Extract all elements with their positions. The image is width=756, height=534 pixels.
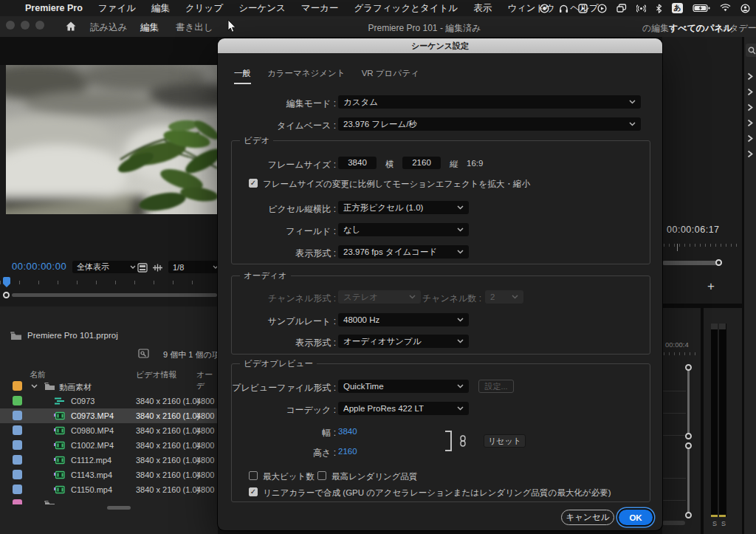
wifi-icon[interactable] — [720, 4, 731, 13]
list-item[interactable]: C0973.MP43840 x 2160 (1.0)4800 — [0, 408, 218, 423]
program-zoom-handle[interactable] — [715, 259, 722, 266]
tab-export[interactable]: 書き出し — [176, 21, 213, 34]
timeline-v-scrollbar-video[interactable] — [687, 367, 690, 438]
par-select[interactable]: 正方形ピクセル (1.0) — [338, 201, 469, 214]
label-color-swatch[interactable] — [13, 455, 22, 465]
workspace-item-metadata[interactable]: メタデー — [721, 22, 756, 35]
user-account-icon[interactable] — [740, 4, 750, 13]
max-quality-checkbox[interactable] — [317, 471, 326, 480]
battery-icon[interactable] — [693, 4, 710, 13]
linear-color-checkbox[interactable]: ✓ — [249, 487, 258, 496]
tab-edit[interactable]: 編集 — [140, 21, 159, 34]
list-item[interactable]: C1112.mp43840 x 2160 (1.0)4800 — [0, 453, 218, 468]
tab-import[interactable]: 読み込み — [90, 21, 128, 34]
home-icon[interactable] — [65, 21, 77, 35]
playback-resolution-select[interactable]: 1/8 — [168, 261, 223, 273]
window-close-button[interactable] — [6, 21, 15, 30]
label-color-swatch[interactable] — [13, 440, 22, 450]
tab-general[interactable]: 一般 — [234, 68, 251, 79]
max-bit-checkbox[interactable] — [249, 471, 258, 480]
label-color-swatch[interactable] — [13, 470, 22, 479]
list-item[interactable]: 動画素材 — [0, 379, 218, 394]
workspace-item-editing[interactable]: の編集 — [642, 22, 669, 35]
collapsed-bin-chevron-icon[interactable] — [747, 101, 753, 114]
ok-button[interactable]: OK — [619, 510, 653, 525]
collapsed-bin-chevron-icon[interactable] — [747, 148, 753, 161]
menu-item-4[interactable]: マーカー — [301, 2, 339, 15]
frame-width-input[interactable]: 3840 — [338, 157, 377, 169]
frame-height-input[interactable]: 2160 — [402, 157, 441, 169]
program-zoom-scrollbar[interactable] — [662, 261, 722, 265]
label-color-swatch[interactable] — [13, 411, 22, 420]
folder-up-icon[interactable] — [10, 330, 22, 343]
tab-color-management[interactable]: カラーマネジメント — [267, 68, 346, 79]
list-item[interactable]: C09733840 x 2160 (1.0)4800 — [0, 394, 218, 408]
codec-select[interactable]: Apple ProRes 422 LT — [338, 402, 469, 415]
drag-video-icon[interactable] — [137, 262, 148, 275]
shield-app-icon[interactable] — [578, 4, 588, 13]
scale-motion-checkbox[interactable]: ✓ — [249, 179, 258, 188]
cancel-button[interactable]: キャンセル — [561, 510, 614, 525]
collapsed-bin-chevron-icon[interactable] — [747, 70, 753, 83]
project-h-scrollbar[interactable] — [107, 506, 131, 510]
breadcrumb[interactable]: Premiere Pro 101.prproj — [27, 331, 118, 340]
source-ruler[interactable] — [0, 281, 218, 285]
collapsed-bin-chevron-icon[interactable] — [747, 86, 753, 99]
label-color-swatch[interactable] — [13, 485, 22, 494]
menu-item-3[interactable]: シーケンス — [238, 2, 286, 15]
program-timecode[interactable]: 00:00:06:17 — [667, 225, 720, 235]
effects-search-input[interactable] — [746, 44, 756, 57]
app-menu[interactable]: Premiere Pro — [25, 3, 83, 13]
play-circle-icon[interactable] — [597, 4, 607, 13]
timebase-select[interactable]: 23.976 フレーム/秒 — [338, 117, 641, 131]
program-ruler[interactable] — [664, 244, 740, 251]
timeline-timecode[interactable]: 00:00:4 — [665, 340, 689, 349]
list-item[interactable]: C1150.mp43840 x 2160 (1.0)4800 — [0, 482, 218, 497]
collapsed-bin-chevron-icon[interactable] — [747, 117, 753, 130]
reset-button[interactable]: リセット — [484, 434, 526, 448]
timeline-h-scrollbar[interactable] — [662, 521, 685, 525]
timeline-ruler[interactable] — [664, 352, 699, 361]
record-icon[interactable] — [540, 4, 549, 13]
find-icon[interactable] — [138, 348, 149, 361]
input-source-icon[interactable]: あ — [672, 3, 683, 13]
label-color-swatch[interactable] — [13, 381, 22, 391]
sample-rate-select[interactable]: 48000 Hz — [338, 313, 469, 326]
zoom-level-select[interactable]: 全体表示 — [72, 261, 140, 273]
window-zoom-button[interactable] — [35, 21, 44, 30]
source-zoom-scrollbar[interactable] — [12, 293, 217, 297]
menu-item-2[interactable]: クリップ — [185, 2, 223, 15]
collapsed-bin-chevron-icon[interactable] — [747, 132, 753, 146]
timeline-v-scrollbar-audio[interactable] — [687, 445, 690, 516]
edit-mode-select[interactable]: カスタム — [338, 95, 641, 109]
window-minimize-button[interactable] — [21, 21, 30, 30]
link-icon[interactable] — [459, 435, 467, 450]
drag-audio-icon[interactable] — [152, 262, 163, 275]
menu-item-1[interactable]: 編集 — [151, 2, 170, 15]
list-item[interactable]: C0980.MP43840 x 2160 (1.0)4800 — [0, 423, 218, 438]
preview-width-value[interactable]: 3840 — [338, 427, 357, 436]
add-button[interactable]: + — [707, 279, 715, 294]
label-color-swatch[interactable] — [13, 425, 22, 435]
dialog-title[interactable]: シーケンス設定 — [218, 38, 662, 53]
source-playhead[interactable] — [3, 277, 10, 284]
menu-item-6[interactable]: 表示 — [473, 2, 492, 15]
label-color-swatch[interactable] — [13, 396, 22, 405]
list-item[interactable] — [0, 497, 218, 504]
chevron-down-icon[interactable] — [31, 384, 38, 388]
source-zoom-handle[interactable] — [3, 292, 10, 298]
bluetooth-icon[interactable] — [656, 4, 662, 13]
video-display-select[interactable]: 23.976 fps タイムコード — [338, 245, 469, 259]
preview-format-select[interactable]: QuickTime — [338, 380, 469, 393]
list-item[interactable]: C1002.MP43840 x 2160 (1.0)4800 — [0, 438, 218, 453]
menu-item-5[interactable]: グラフィックとタイトル — [354, 2, 458, 15]
solo-left-button[interactable]: S — [712, 520, 717, 527]
solo-right-button[interactable]: S — [721, 520, 726, 527]
label-color-swatch[interactable] — [13, 499, 22, 504]
headphones-icon[interactable] — [559, 4, 568, 13]
preview-height-value[interactable]: 2160 — [338, 447, 357, 456]
tab-vr-properties[interactable]: VR プロパティ — [362, 68, 419, 79]
list-item[interactable]: C1143.mp43840 x 2160 (1.0)4800 — [0, 468, 218, 482]
screen-mirroring-icon[interactable] — [616, 4, 627, 13]
broadcast-icon[interactable] — [636, 4, 646, 13]
